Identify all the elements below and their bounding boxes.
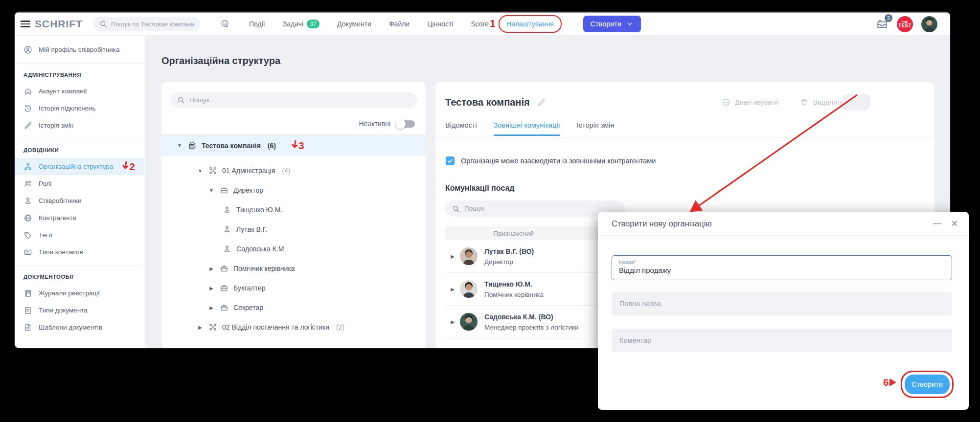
close-icon[interactable]: ✕ [951,219,958,229]
comment-field[interactable] [612,329,952,352]
name-field-input[interactable] [619,266,945,274]
sidebar-item-connection-history[interactable]: Історія підключень [15,100,144,117]
company-brand-logo[interactable]: THE TEST [897,16,913,32]
sidebar-item-tags[interactable]: Теги [15,226,144,244]
annotation-number-1: 1 [490,18,496,29]
modal-create-button[interactable]: Створити [905,375,950,394]
tree-node-position[interactable]: ▼ Директор [161,180,426,200]
sidebar-section-directories: ДОВІДНИКИ [15,139,144,158]
caret-right-icon[interactable]: ▶ [445,319,460,325]
person-icon [23,197,32,205]
chevron-down-icon [626,20,634,28]
sidebar-item-roles[interactable]: Ролі [15,175,144,192]
caret-right-icon[interactable]: ▶ [208,305,215,311]
caret-right-icon[interactable]: ▶ [208,266,215,271]
tree-node-department[interactable]: ▼ 01 Адміністрація(4) [161,161,426,180]
nav-item-files[interactable]: Файли [389,20,410,28]
tree-search[interactable] [170,92,417,108]
org-tabs: Відомості Зовнішні комунікації Історія з… [445,121,615,136]
sidebar-item-company-account[interactable]: Акаунт компанії [15,83,144,100]
sidebar-item-contact-types[interactable]: Типи контактів [15,244,144,261]
annotation-number-2: 2 [129,161,135,173]
comment-input[interactable] [612,329,952,352]
global-search[interactable] [93,17,200,31]
tree-node-position[interactable]: ▶ Секретар [161,298,426,317]
department-icon [208,323,217,332]
caret-right-icon[interactable]: ▶ [445,254,460,259]
modal-title: Створити нову організацію [612,219,923,228]
tab-details[interactable]: Відомості [445,121,477,136]
app-logo: SCHRIFT [35,18,83,30]
full-name-input[interactable] [612,292,952,315]
home-icon [23,87,32,96]
name-field[interactable]: Назва* [612,255,952,280]
sidebar-item-document-types[interactable]: Типи документа [15,302,144,319]
communications-search-input[interactable] [464,205,606,212]
org-tree: ▼ Тестова компанія(6) 3 ▼ 01 Адміністрац… [161,134,426,337]
tree-node-person[interactable]: Садовська К.М. [161,239,426,259]
sidebar-item-employees[interactable]: Співробітники [15,192,144,209]
menu-hamburger-icon[interactable] [21,21,30,27]
edit-pencil-icon[interactable] [537,98,546,107]
sidebar-item-registration-journals[interactable]: Журнали реєстрації [15,285,144,302]
nav-item-events[interactable]: Події [249,20,265,28]
navbar-create-button[interactable]: Створити [583,16,641,32]
page-title: Організаційна структура [161,55,280,67]
sidebar-item-counterparties[interactable]: Контрагенти [15,209,144,226]
caret-down-icon[interactable]: ▼ [197,168,204,174]
avatar-image [921,16,937,32]
contact-card-icon [23,248,32,257]
department-icon [208,166,217,175]
inactive-toggle[interactable] [396,120,415,128]
sidebar-item-org-structure[interactable]: Організаційна структура 2 [15,158,144,175]
person-circle-icon [23,45,32,54]
support-chat-icon[interactable] [221,20,229,28]
tag-icon [23,231,32,240]
tab-change-history[interactable]: Історія змін [577,121,615,136]
tab-external-communications[interactable]: Зовнішні комунікації [494,121,560,136]
nav-item-documents[interactable]: Документи [337,20,371,28]
org-title: Тестова компанія [445,97,546,108]
checkbox-label: Організація може взаємодіяти із зовнішні… [461,157,656,165]
tree-node-company[interactable]: ▼ Тестова компанія(6) 3 [161,135,426,156]
sidebar-section-administration: АДМІНІСТРУВАННЯ [15,64,144,83]
full-name-field[interactable] [612,292,952,315]
search-icon [452,205,460,213]
tree-node-position[interactable]: ▶ Помічник керівника [161,259,426,278]
tree-search-input[interactable] [189,96,387,104]
delete-button[interactable]: Видалити [800,98,844,107]
tree-node-person[interactable]: Лутак В.Г. [161,220,426,239]
nav-item-settings[interactable]: Налаштування [506,20,554,28]
sidebar: Мій профіль співробітника АДМІНІСТРУВАНН… [15,36,144,348]
minimize-icon[interactable]: — [933,219,941,228]
document-template-icon [23,323,32,332]
pencil-icon [23,121,32,130]
global-search-input[interactable] [111,21,194,28]
sidebar-item-change-history[interactable]: Історія змін [15,117,144,134]
caret-down-icon[interactable]: ▼ [208,188,215,193]
caret-right-icon[interactable]: ▶ [208,286,215,291]
nav-item-score[interactable]: Score [471,20,489,28]
caret-down-icon[interactable]: ▼ [176,143,183,148]
tree-node-department[interactable]: ▶ 02 Відділ постачання та логістики(2) [161,317,426,337]
person-icon [223,225,231,234]
nav-item-tasks[interactable]: Задачі 37 [283,20,319,28]
checkbox-checked[interactable] [446,156,455,165]
trash-icon [800,98,809,107]
inbox-tray-button[interactable]: 3 [876,17,889,32]
person-icon [223,244,231,253]
sidebar-item-document-templates[interactable]: Шаблони документів [15,319,144,336]
tree-node-position[interactable]: ▶ Бухгалтер [161,278,426,298]
user-avatar[interactable] [921,16,937,32]
tree-node-person[interactable]: Тищенко Ю.М. [161,200,426,220]
person-icon [223,205,231,214]
deactivate-button[interactable]: Деактивувати [722,98,778,107]
hidden-action-button[interactable] [843,94,870,111]
caret-right-icon[interactable]: ▶ [197,325,204,330]
nav-item-values[interactable]: Цінності [427,20,453,28]
caret-right-icon[interactable]: ▶ [445,287,460,292]
avatar [460,247,478,265]
sidebar-item-my-profile[interactable]: Мій профіль співробітника [15,36,144,64]
search-icon [99,20,107,28]
inactive-toggle-label: Неактивні [359,120,390,128]
